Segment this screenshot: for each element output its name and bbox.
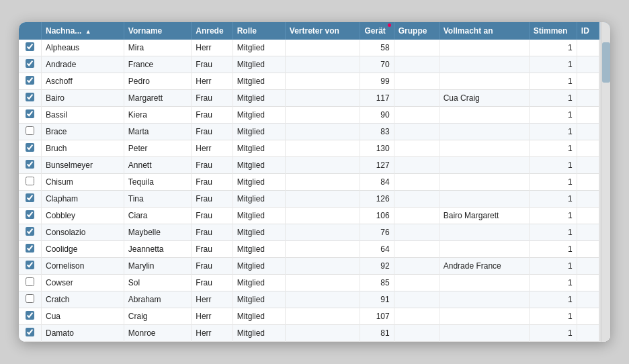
cell-checkbox[interactable] — [19, 224, 41, 241]
col-header-stimmen[interactable]: Stimmen — [529, 22, 577, 40]
cell-vollmacht-an — [439, 56, 529, 73]
col-header-vertreter-von[interactable]: Vertreter von — [285, 22, 360, 40]
col-header-vorname[interactable]: Vorname — [124, 22, 191, 40]
cell-vertreter-von — [285, 157, 360, 174]
cell-gerat: 70 — [360, 56, 394, 73]
cell-gerat: 107 — [360, 308, 394, 325]
col-header-gerat[interactable]: Gerät — [360, 22, 394, 40]
row-checkbox[interactable] — [26, 143, 34, 152]
row-checkbox[interactable] — [26, 193, 34, 202]
cell-vorname: Jeannetta — [124, 241, 191, 258]
cell-vollmacht-an — [439, 191, 529, 208]
cell-id — [577, 224, 599, 241]
cell-id — [577, 107, 599, 124]
col-header-vollmacht-an[interactable]: Vollmacht an — [439, 22, 529, 40]
cell-checkbox[interactable] — [19, 124, 41, 140]
cell-anrede: Herr — [192, 291, 233, 308]
cell-checkbox[interactable] — [19, 107, 41, 124]
cell-anrede: Frau — [192, 174, 233, 191]
cell-checkbox[interactable] — [19, 56, 41, 73]
row-checkbox[interactable] — [26, 227, 34, 236]
row-checkbox[interactable] — [26, 277, 34, 286]
cell-vorname: Margarett — [124, 90, 191, 107]
cell-checkbox[interactable] — [19, 174, 41, 191]
cell-nachname: Cowser — [41, 275, 124, 291]
cell-checkbox[interactable] — [19, 191, 41, 208]
row-checkbox[interactable] — [26, 328, 34, 336]
row-checkbox[interactable] — [26, 210, 34, 219]
cell-checkbox[interactable] — [19, 157, 41, 174]
row-checkbox[interactable] — [26, 261, 34, 269]
cell-nachname: Bassil — [41, 107, 124, 124]
cell-checkbox[interactable] — [19, 291, 41, 308]
cell-rolle: Mitglied — [233, 291, 285, 308]
cell-vollmacht-an — [439, 73, 529, 90]
cell-checkbox[interactable] — [19, 241, 41, 258]
row-checkbox[interactable] — [26, 109, 34, 118]
cell-stimmen: 1 — [529, 124, 577, 140]
cell-stimmen: 1 — [529, 275, 577, 291]
pin-indicator — [388, 24, 391, 27]
cell-gerat: 64 — [360, 241, 394, 258]
cell-rolle: Mitglied — [233, 140, 285, 157]
cell-id — [577, 208, 599, 224]
cell-anrede: Frau — [192, 107, 233, 124]
cell-stimmen: 1 — [529, 140, 577, 157]
cell-checkbox[interactable] — [19, 90, 41, 107]
row-checkbox[interactable] — [26, 76, 34, 85]
cell-rolle: Mitglied — [233, 191, 285, 208]
cell-checkbox[interactable] — [19, 275, 41, 291]
table-row: CoolidgeJeannettaFrauMitglied641 — [19, 241, 610, 258]
cell-nachname: Bunselmeyer — [41, 157, 124, 174]
cell-checkbox[interactable] — [19, 140, 41, 157]
col-header-nachname[interactable]: Nachna... ▲ — [41, 22, 124, 40]
cell-anrede: Frau — [192, 241, 233, 258]
cell-nachname: Bruch — [41, 140, 124, 157]
cell-vorname: Kiera — [124, 107, 191, 124]
row-checkbox[interactable] — [26, 244, 34, 253]
col-header-rolle[interactable]: Rolle — [233, 22, 285, 40]
cell-checkbox[interactable] — [19, 208, 41, 224]
row-checkbox[interactable] — [26, 177, 34, 185]
cell-vertreter-von — [285, 208, 360, 224]
col-header-anrede[interactable]: Anrede — [192, 22, 233, 40]
cell-vertreter-von — [285, 224, 360, 241]
cell-gruppe — [394, 291, 439, 308]
cell-checkbox[interactable] — [19, 40, 41, 56]
cell-gerat: 92 — [360, 258, 394, 275]
row-checkbox[interactable] — [26, 42, 34, 51]
cell-stimmen: 1 — [529, 56, 577, 73]
cell-vorname: Marta — [124, 124, 191, 140]
table-row: AlpheausMiraHerrMitglied581 — [19, 40, 610, 56]
cell-nachname: Aschoff — [41, 73, 124, 90]
cell-nachname: Cua — [41, 308, 124, 325]
cell-stimmen: 1 — [529, 208, 577, 224]
row-checkbox[interactable] — [26, 311, 34, 320]
row-checkbox[interactable] — [26, 160, 34, 169]
cell-vollmacht-an — [439, 107, 529, 124]
cell-id — [577, 325, 599, 342]
cell-rolle: Mitglied — [233, 124, 285, 140]
cell-vollmacht-an: Andrade France — [439, 258, 529, 275]
row-checkbox[interactable] — [26, 59, 34, 68]
cell-vorname: Craig — [124, 308, 191, 325]
cell-vertreter-von — [285, 191, 360, 208]
cell-id — [577, 191, 599, 208]
vertical-scrollbar[interactable] — [601, 22, 610, 342]
cell-checkbox[interactable] — [19, 308, 41, 325]
col-header-gruppe[interactable]: Gruppe — [394, 22, 439, 40]
col-header-id[interactable]: ID — [577, 22, 599, 40]
cell-gruppe — [394, 208, 439, 224]
cell-vertreter-von — [285, 275, 360, 291]
cell-gerat: 84 — [360, 174, 394, 191]
cell-vollmacht-an — [439, 157, 529, 174]
scrollbar-thumb[interactable] — [602, 42, 610, 83]
row-checkbox[interactable] — [26, 294, 34, 303]
cell-anrede: Frau — [192, 191, 233, 208]
cell-checkbox[interactable] — [19, 258, 41, 275]
row-checkbox[interactable] — [26, 93, 34, 101]
cell-vertreter-von — [285, 308, 360, 325]
cell-checkbox[interactable] — [19, 325, 41, 342]
row-checkbox[interactable] — [26, 126, 34, 135]
cell-checkbox[interactable] — [19, 73, 41, 90]
